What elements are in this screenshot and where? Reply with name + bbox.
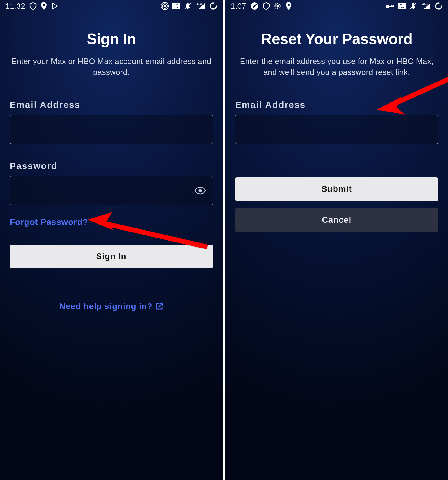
status-right: VoLTE 4G+ <box>161 2 217 10</box>
svg-rect-29 <box>413 8 414 9</box>
signin-content: Sign In Enter your Max or HBO Max accoun… <box>0 12 223 311</box>
carrier-icon <box>251 2 258 10</box>
cancel-button[interactable]: Cancel <box>235 208 438 232</box>
location-icon <box>41 2 47 10</box>
password-field[interactable] <box>10 176 213 205</box>
status-bar: 11:32 VoLTE 4G+ <box>0 0 223 12</box>
svg-line-18 <box>275 4 276 5</box>
signal-icon: 4G+ <box>421 2 431 10</box>
email-input-wrap <box>10 115 213 144</box>
svg-point-9 <box>210 3 216 9</box>
svg-text:LTE: LTE <box>174 6 179 9</box>
password-label: Password <box>10 161 213 171</box>
status-left: 1:07 <box>231 2 292 11</box>
svg-point-0 <box>164 5 166 7</box>
email-field[interactable] <box>235 115 438 144</box>
loading-icon <box>209 2 217 10</box>
email-input-wrap <box>235 115 438 144</box>
svg-line-19 <box>279 8 280 8</box>
hotspot-icon <box>161 2 169 10</box>
reset-content: Reset Your Password Enter the email addr… <box>225 12 448 232</box>
forgot-password-row: Forgot Password? <box>10 217 213 227</box>
status-time: 1:07 <box>231 2 246 11</box>
key-icon <box>386 3 394 9</box>
password-input-wrap <box>10 176 213 205</box>
svg-rect-23 <box>389 6 393 7</box>
email-label: Email Address <box>10 100 213 110</box>
svg-text:4G+: 4G+ <box>197 2 203 6</box>
location-icon <box>286 2 292 10</box>
volte-icon: VoLTE <box>398 3 406 9</box>
mute-icon <box>409 2 417 10</box>
email-label: Email Address <box>235 100 438 110</box>
svg-line-20 <box>275 8 276 8</box>
svg-text:Vo: Vo <box>175 3 178 6</box>
help-row: Need help signing in? <box>10 302 213 311</box>
signin-button[interactable]: Sign In <box>10 245 213 268</box>
forgot-password-link[interactable]: Forgot Password? <box>10 217 88 227</box>
status-left: 11:32 <box>5 2 59 11</box>
svg-point-32 <box>436 3 442 9</box>
svg-rect-24 <box>391 5 393 7</box>
svg-line-11 <box>159 303 162 307</box>
screen-divider <box>223 0 225 480</box>
svg-point-22 <box>386 5 389 8</box>
status-right: VoLTE 4G+ <box>386 2 443 10</box>
svg-point-13 <box>276 5 279 8</box>
reset-screen: 1:07 VoLTE 4G+ <box>225 0 448 480</box>
show-password-button[interactable] <box>194 185 206 197</box>
loading-icon <box>435 2 443 10</box>
submit-button[interactable]: Submit <box>235 177 438 201</box>
email-field[interactable] <box>10 115 213 144</box>
svg-rect-6 <box>187 8 189 9</box>
svg-text:Vo: Vo <box>400 3 403 6</box>
svg-text:4G+: 4G+ <box>422 2 428 6</box>
volte-icon: VoLTE <box>172 3 180 9</box>
status-time: 11:32 <box>5 2 25 11</box>
signin-screen: 11:32 VoLTE 4G+ <box>0 0 223 480</box>
shield-icon <box>29 2 37 10</box>
page-subtitle: Enter your Max or HBO Max account email … <box>12 56 211 78</box>
page-subtitle: Enter the email address you use for Max … <box>237 56 437 78</box>
svg-line-21 <box>279 4 280 5</box>
page-title: Reset Your Password <box>235 30 438 48</box>
help-signing-in-link[interactable]: Need help signing in? <box>59 302 164 311</box>
svg-point-10 <box>199 189 202 192</box>
shield-icon <box>263 2 270 10</box>
help-link-label: Need help signing in? <box>59 302 153 311</box>
mute-icon <box>184 2 192 10</box>
status-bar: 1:07 VoLTE 4G+ <box>225 0 448 12</box>
signal-icon: 4G+ <box>195 2 206 10</box>
svg-rect-25 <box>393 5 394 7</box>
page-title: Sign In <box>10 30 213 48</box>
settings-icon <box>274 2 281 10</box>
external-link-icon <box>155 302 163 310</box>
play-store-icon <box>51 2 59 10</box>
eye-icon <box>194 187 206 195</box>
svg-text:LTE: LTE <box>399 6 404 9</box>
